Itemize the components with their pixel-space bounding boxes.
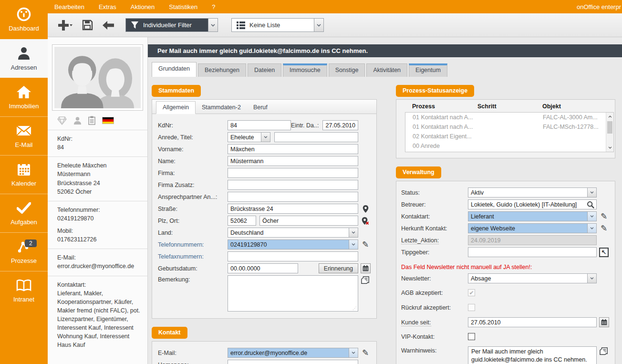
sidebar-item-prozesse[interactable]: 2 Prozesse	[0, 232, 48, 271]
tab-aktivitaeten[interactable]: Aktivitäten	[366, 63, 407, 77]
telefon-select[interactable]: 02419129870	[228, 239, 358, 250]
resize-grip[interactable]: ⋰	[352, 305, 357, 311]
erinnerung-button[interactable]: Erinnerung	[319, 263, 358, 273]
scroll-up-icon[interactable]	[606, 113, 613, 120]
strasse-input[interactable]: Brückstrasse 24	[228, 204, 358, 214]
kdnr-input[interactable]: 84	[228, 120, 291, 130]
arrow-left-icon	[103, 21, 114, 30]
warnhinweis-textarea[interactable]: Per Mail auch immer gleich guid.lokietek…	[468, 346, 597, 364]
telefax-input[interactable]	[228, 251, 358, 261]
plz-input[interactable]: 52062	[228, 216, 256, 226]
chevron-down-icon[interactable]	[587, 274, 596, 283]
status-select[interactable]: Aktiv	[468, 187, 597, 198]
sidebar-item-immobilien[interactable]: Immobilien	[0, 78, 48, 116]
eintr-input[interactable]: 27.05.2010	[322, 120, 358, 130]
search-icon[interactable]	[587, 201, 594, 208]
contact-photo[interactable]	[52, 44, 143, 111]
menu-extras[interactable]: Extras	[99, 3, 116, 10]
ort-input[interactable]: Öcher	[259, 216, 358, 226]
vorname-input[interactable]: Mäxchen	[228, 144, 358, 154]
field-rueckruf: Rückruf akzeptiert:	[401, 302, 610, 312]
homepage-input[interactable]	[228, 360, 358, 364]
scrollbar[interactable]	[606, 113, 613, 152]
herkunft-select[interactable]: eigene Webseite	[468, 223, 597, 233]
sidebar-item-email[interactable]: E-Mail	[0, 116, 48, 155]
sidebar-item-adressen[interactable]: Adressen	[0, 39, 48, 78]
chevron-down-icon[interactable]	[314, 19, 323, 31]
edit-pencil-icon[interactable]: ✎	[359, 239, 372, 250]
chevron-down-icon[interactable]	[587, 188, 596, 197]
filter-dropdown[interactable]: Individueller Filter	[125, 18, 218, 32]
eintr-label: Eintr. Da..:	[291, 122, 322, 129]
notes-icon[interactable]	[359, 275, 372, 285]
bemerkung-textarea[interactable]: ⋰	[228, 275, 358, 312]
menu-bearbeiten[interactable]: Bearbeiten	[54, 3, 84, 10]
tab-dateien[interactable]: Dateien	[248, 63, 281, 77]
tab-eigentum[interactable]: Eigentum	[409, 63, 447, 77]
sidebar-item-kalender[interactable]: Kalender	[0, 155, 48, 194]
name-input[interactable]: Müstermann	[228, 156, 358, 166]
email-select[interactable]: error.drucker@myonoffice.de	[228, 348, 358, 358]
chevron-down-icon[interactable]	[349, 240, 358, 249]
table-row[interactable]: 01 Kontaktart nach A... FALC-AL-3000 Am.…	[405, 113, 605, 122]
back-button[interactable]	[103, 21, 114, 30]
link-record-icon[interactable]: ↖	[598, 247, 610, 257]
tab-allgemein[interactable]: Allgemein	[156, 101, 196, 114]
chevron-down-icon[interactable]	[349, 228, 358, 237]
scroll-down-icon[interactable]	[606, 144, 613, 151]
land-select[interactable]: Deutschland	[228, 228, 358, 238]
plus-icon	[58, 20, 73, 31]
top-menubar: Bearbeiten Extras Aktionen Statistiken ?…	[0, 0, 622, 13]
save-button[interactable]	[82, 20, 93, 31]
tab-beziehungen[interactable]: Beziehungen	[198, 63, 246, 77]
newsletter-select[interactable]: Absage	[468, 273, 597, 283]
table-row[interactable]: 02 Kontaktart Eigent...	[405, 132, 605, 141]
sidebar-item-aufgaben[interactable]: Aufgaben	[0, 194, 48, 232]
tab-sonstige[interactable]: Sonstige	[329, 63, 365, 77]
add-record-button[interactable]	[58, 20, 73, 31]
notes-icon[interactable]	[598, 346, 610, 356]
geburtsdatum-input[interactable]: 00.00.0000	[228, 263, 298, 273]
calendar-picker-icon[interactable]	[598, 317, 610, 327]
field-kontaktart: Kontaktart: Lieferant ✎	[401, 211, 610, 221]
kunde-seit-input[interactable]: 27.05.2010	[468, 317, 597, 327]
menu-help[interactable]: ?	[212, 3, 215, 10]
ansprechpartner-input[interactable]	[228, 192, 358, 202]
edit-pencil-icon[interactable]: ✎	[359, 348, 372, 358]
table-row[interactable]: 01 Kontaktart nach A... FALC-MSch-12778.…	[405, 122, 605, 132]
chevron-down-icon[interactable]	[587, 212, 596, 221]
tippgeber-input[interactable]	[468, 247, 597, 257]
chevron-down-icon[interactable]	[208, 19, 218, 31]
sidebar-item-dashboard[interactable]: Dashboard	[0, 0, 48, 39]
calendar-picker-icon[interactable]	[359, 263, 372, 273]
sidebar-item-intranet[interactable]: Intranet	[0, 271, 48, 310]
edit-pencil-icon[interactable]: ✎	[598, 211, 610, 221]
tab-stammdaten-2[interactable]: Stammdaten-2	[196, 102, 247, 114]
sidebar-item-label: Immobilien	[9, 103, 39, 110]
chevron-down-icon[interactable]	[261, 133, 270, 142]
anrede-select[interactable]: Eheleute	[228, 132, 270, 142]
kontaktart-select[interactable]: Lieferant	[468, 211, 597, 221]
map-pin-remove-icon[interactable]	[359, 216, 372, 226]
scroll-thumb[interactable]	[607, 121, 612, 134]
chevron-down-icon[interactable]	[587, 224, 596, 233]
tab-immosuche[interactable]: Immosuche	[283, 63, 327, 77]
menu-statistiken[interactable]: Statistiken	[169, 3, 197, 10]
table-row[interactable]: 00 Anrede	[405, 141, 605, 151]
vip-checkbox[interactable]	[468, 333, 475, 340]
person-small-icon	[73, 116, 82, 125]
map-pin-icon[interactable]	[359, 204, 372, 214]
tab-grunddaten[interactable]: Grunddaten	[152, 62, 197, 77]
firma-zusatz-input[interactable]	[228, 180, 358, 190]
titel-input[interactable]	[274, 132, 358, 142]
phone-value: 02419129870	[57, 214, 144, 223]
field-telefaxnummern: Telefaxnummern:	[158, 251, 372, 261]
edit-pencil-icon[interactable]: ✎	[598, 223, 610, 233]
firma-input[interactable]	[228, 168, 358, 178]
chevron-down-icon[interactable]	[349, 348, 358, 357]
betreuer-input[interactable]: Lokietek, Guido (Lokietek) [IT-Abteilung…	[468, 199, 597, 209]
menu-aktionen[interactable]: Aktionen	[131, 3, 155, 10]
list-dropdown[interactable]: Keine Liste	[231, 18, 324, 32]
rueckruf-checkbox[interactable]	[468, 304, 475, 311]
tab-beruf[interactable]: Beruf	[247, 102, 274, 114]
